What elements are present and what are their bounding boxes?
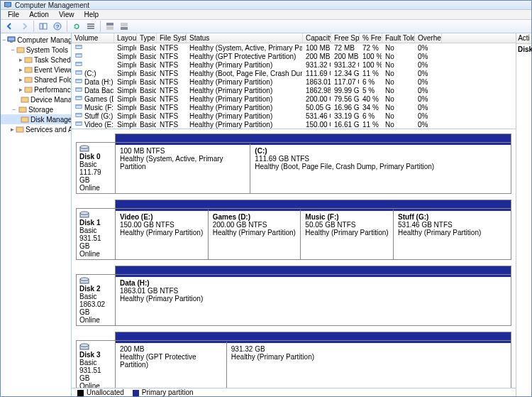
volume-status: Healthy (Primary Partition) xyxy=(187,121,303,129)
volume-fs: NTFS xyxy=(157,44,187,52)
tree-item[interactable]: ▸Event Viewer xyxy=(1,65,71,75)
partition[interactable]: Video (E:)150.00 GB NTFSHealthy (Primary… xyxy=(116,209,208,259)
volume-row[interactable]: Data Backup (L:)SimpleBasicNTFSHealthy (… xyxy=(72,86,516,94)
volume-pfree: 6 % xyxy=(360,112,382,120)
col-volume[interactable]: Volume xyxy=(72,33,114,43)
folder-icon xyxy=(24,75,33,84)
volume-row[interactable]: Data (H:)SimpleBasicNTFSHealthy (Primary… xyxy=(72,77,516,86)
volume-pfree: 34 % xyxy=(360,104,382,112)
nav-tree[interactable]: − Computer Management (Local −System Too… xyxy=(1,33,72,396)
menu-help[interactable]: Help xyxy=(79,10,103,19)
volume-row[interactable]: Video (E:)SimpleBasicNTFSHealthy (Primar… xyxy=(72,120,516,129)
col-overhead[interactable]: Overhead xyxy=(415,33,442,43)
disk-graphical-pane[interactable]: Disk 0Basic111.79 GBOnline100 MB NTFSHea… xyxy=(72,129,516,388)
expander-icon[interactable]: ▸ xyxy=(19,77,23,83)
tree-item[interactable]: Device Manager xyxy=(1,94,71,104)
back-button[interactable] xyxy=(4,20,16,33)
help-button[interactable]: ? xyxy=(51,20,64,33)
show-hide-tree-button[interactable] xyxy=(37,20,50,33)
tree-item[interactable]: ▸Services and Applications xyxy=(1,124,71,134)
col-pfree[interactable]: % Free xyxy=(360,33,382,43)
partition-status: Healthy (GPT Protective Partition) xyxy=(120,353,222,369)
col-status[interactable]: Status xyxy=(187,33,303,43)
volume-row[interactable]: Music (F:)SimpleBasicNTFSHealthy (Primar… xyxy=(72,103,516,112)
disk-size: 931.51 GB xyxy=(79,366,112,382)
actions-section[interactable]: Disk xyxy=(516,44,531,55)
col-free[interactable]: Free Space xyxy=(331,33,360,43)
menu-action[interactable]: Action xyxy=(25,10,53,19)
disk-info[interactable]: Disk 1Basic931.51 GBOnline xyxy=(77,209,116,259)
volume-type: Basic xyxy=(137,121,157,129)
view-bottom-button[interactable] xyxy=(118,20,131,33)
partition[interactable]: Music (F:)50.05 GB NTFSHealthy (Primary … xyxy=(300,209,393,259)
volume-row[interactable]: SimpleBasicNTFSHealthy (System, Active, … xyxy=(72,43,516,52)
col-capacity[interactable]: Capacity xyxy=(303,33,331,43)
expander-icon[interactable]: ▸ xyxy=(19,67,23,73)
svg-rect-37 xyxy=(76,97,82,98)
disk-type: Basic xyxy=(79,227,112,234)
volume-row[interactable]: (C:)SimpleBasicNTFSHealthy (Boot, Page F… xyxy=(72,69,516,77)
col-fs[interactable]: File System xyxy=(157,33,187,43)
partition[interactable]: 200 MBHealthy (GPT Protective Partition) xyxy=(116,341,226,388)
refresh-button[interactable] xyxy=(70,20,83,33)
partition[interactable]: Games (D:)200.00 GB NTFSHealthy (Primary… xyxy=(208,209,301,259)
expander-icon[interactable]: − xyxy=(11,47,15,53)
volume-overhead: 0% xyxy=(415,112,442,120)
volume-name: (C:) xyxy=(84,70,96,77)
col-type[interactable]: Type xyxy=(137,33,157,43)
volume-layout: Simple xyxy=(114,87,137,94)
volume-ft: No xyxy=(382,95,415,103)
disk-info[interactable]: Disk 2Basic1863.02 GBOnline xyxy=(77,275,116,325)
volume-row[interactable]: SimpleBasicNTFSHealthy (GPT Protective P… xyxy=(72,52,516,60)
tree-item[interactable]: Disk Management xyxy=(1,114,71,124)
volume-ft: No xyxy=(382,87,415,94)
titlebar[interactable]: Computer Management xyxy=(1,1,531,10)
partition-status: Healthy (Primary Partition) xyxy=(120,295,506,303)
volume-list[interactable]: SimpleBasicNTFSHealthy (System, Active, … xyxy=(72,43,516,129)
col-ft[interactable]: Fault Tolerance xyxy=(382,33,415,43)
expander-icon[interactable]: ▸ xyxy=(19,87,23,93)
disk-type: Basic xyxy=(79,359,112,366)
menu-file[interactable]: File xyxy=(4,10,23,19)
partition-desc: 111.69 GB NTFS xyxy=(255,155,506,163)
partition[interactable]: 100 MB NTFSHealthy (System, Active, Prim… xyxy=(116,143,250,193)
view-list-button[interactable] xyxy=(84,20,97,33)
volume-row[interactable]: Games (D:)SimpleBasicNTFSHealthy (Primar… xyxy=(72,94,516,103)
volume-row[interactable]: SimpleBasicNTFSHealthy (Primary Partitio… xyxy=(72,60,516,69)
volume-overhead: 0% xyxy=(415,87,442,94)
disk-icon xyxy=(79,342,89,351)
tree-item[interactable]: ▸Shared Folders xyxy=(1,75,71,85)
tree-item[interactable]: −System Tools xyxy=(1,45,71,55)
expander-icon[interactable]: ▸ xyxy=(11,126,14,133)
disk-title-bar xyxy=(115,134,511,142)
volume-pfree: 40 % xyxy=(360,95,382,103)
volume-status: Healthy (Primary Partition) xyxy=(187,61,303,69)
partition[interactable]: Data (H:)1863.01 GB NTFSHealthy (Primary… xyxy=(116,275,511,325)
partition[interactable]: (C:)111.69 GB NTFSHealthy (Boot, Page Fi… xyxy=(250,143,511,193)
disk-info[interactable]: Disk 3Basic931.51 GBOnline xyxy=(77,341,116,388)
volume-name: Music (F:) xyxy=(84,104,114,112)
volume-overhead: 0% xyxy=(415,104,442,112)
tree-item[interactable]: ▸Performance xyxy=(1,85,71,94)
volume-free: 117.07 GB xyxy=(331,78,360,86)
tree-item[interactable]: ▸Task Scheduler xyxy=(1,55,71,65)
disk-info[interactable]: Disk 0Basic111.79 GBOnline xyxy=(77,143,116,193)
volume-layout: Simple xyxy=(114,70,137,77)
expander-icon[interactable]: − xyxy=(2,37,6,43)
menu-view[interactable]: View xyxy=(55,10,79,19)
forward-button[interactable] xyxy=(18,20,31,33)
tree-root[interactable]: − Computer Management (Local xyxy=(1,35,71,45)
expander-icon[interactable]: − xyxy=(11,107,17,113)
view-top-button[interactable] xyxy=(104,20,116,33)
partition[interactable]: 931.32 GBHealthy (Primary Partition) xyxy=(226,341,511,388)
volume-row[interactable]: Stuff (G:)SimpleBasicNTFSHealthy (Primar… xyxy=(72,112,516,120)
volume-icon xyxy=(74,112,83,119)
actions-pane[interactable]: Acti Disk xyxy=(516,33,531,396)
disk-state: Online xyxy=(79,316,112,324)
partition-desc: 200 MB xyxy=(120,345,222,353)
partition[interactable]: Stuff (G:)531.46 GB NTFSHealthy (Primary… xyxy=(393,209,511,259)
expander-icon[interactable]: ▸ xyxy=(19,57,23,63)
partition-desc: 150.00 GB NTFS xyxy=(120,221,204,229)
col-layout[interactable]: Layout xyxy=(114,33,137,43)
tree-item[interactable]: −Storage xyxy=(1,104,71,114)
